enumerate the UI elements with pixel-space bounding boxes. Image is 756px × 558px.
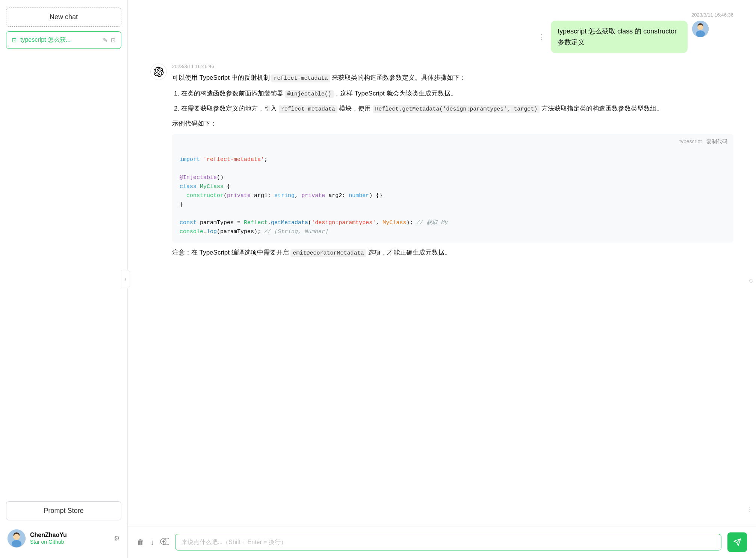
- prompt-store-button[interactable]: Prompt Store: [6, 501, 121, 520]
- svg-point-9: [163, 541, 164, 542]
- download-button[interactable]: ↓: [150, 538, 154, 547]
- copy-code-button[interactable]: 复制代码: [706, 137, 727, 146]
- main-chat-area: 2023/3/11 16:46:36 ⋮ typescript 怎么获取 cla…: [128, 0, 756, 558]
- sidebar: New chat ⊡ typescript 怎么获... ✎ ⊡ Prompt …: [0, 0, 128, 558]
- user-info: ChenZhaoYu Star on Github: [30, 532, 109, 545]
- ai-step-1: 在类的构造函数参数前面添加装饰器 @Injectable()，这样 TypeSc…: [181, 88, 733, 99]
- message-input-wrapper: [175, 534, 721, 550]
- chat-messages: 2023/3/11 16:46:36 ⋮ typescript 怎么获取 cla…: [128, 0, 756, 526]
- code-block-header: typescript 复制代码: [172, 134, 733, 149]
- user-avatar-message: [692, 21, 709, 37]
- ai-steps-list: 在类的构造函数参数前面添加装饰器 @Injectable()，这样 TypeSc…: [181, 88, 733, 115]
- ai-message-content: 2023/3/11 16:46:46 可以使用 TypeScript 中的反射机…: [172, 64, 733, 263]
- input-area: 🗑 ↓: [128, 526, 756, 558]
- trash-button[interactable]: 🗑: [137, 538, 144, 547]
- chevron-left-icon: ‹: [125, 276, 127, 282]
- chat-item-label: typescript 怎么获...: [20, 36, 99, 44]
- svg-point-2: [12, 540, 21, 547]
- edit-icon[interactable]: ✎: [103, 37, 108, 44]
- code-block: typescript 复制代码 import 'reflect-metadata…: [172, 134, 733, 243]
- user-message-row: 2023/3/11 16:46:36 ⋮ typescript 怎么获取 cla…: [150, 12, 733, 53]
- avatar: [8, 529, 26, 547]
- collapse-sidebar-button[interactable]: ‹: [121, 270, 130, 288]
- settings-icon[interactable]: ⚙: [114, 534, 120, 543]
- svg-point-8: [162, 541, 163, 542]
- ai-step-2: 在需要获取参数定义的地方，引入 reflect-metadata 模块，使用 R…: [181, 103, 733, 114]
- user-github: Star on Github: [30, 538, 109, 545]
- chat-item-actions: ✎ ⊡: [103, 37, 116, 44]
- ai-intro-paragraph: 可以使用 TypeScript 中的反射机制 reflect-metadata …: [172, 72, 733, 83]
- user-message-timestamp: 2023/3/11 16:46:36: [691, 12, 733, 18]
- ai-note-paragraph: 注意：在 TypeScript 编译选项中需要开启 emitDecoratorM…: [172, 247, 733, 258]
- scroll-dots: ⋮: [746, 506, 752, 513]
- chat-list-item[interactable]: ⊡ typescript 怎么获... ✎ ⊡: [6, 31, 121, 49]
- delete-icon[interactable]: ⊡: [111, 37, 116, 44]
- new-chat-button[interactable]: New chat: [6, 8, 121, 27]
- code-language-label: typescript: [679, 137, 702, 146]
- github-link[interactable]: Star on Github: [30, 539, 64, 545]
- message-more-icon[interactable]: ⋮: [538, 33, 545, 41]
- chat-icon: ⊡: [12, 36, 17, 44]
- ai-message-text: 可以使用 TypeScript 中的反射机制 reflect-metadata …: [172, 72, 733, 258]
- send-button[interactable]: [727, 532, 747, 552]
- svg-point-10: [164, 541, 165, 542]
- openai-avatar: [150, 64, 167, 80]
- user-message-bubble: typescript 怎么获取 class 的 constructor 参数定义: [551, 21, 688, 53]
- user-area: ChenZhaoYu Star on Github ⚙: [6, 526, 121, 550]
- scroll-dot: ⋮: [746, 506, 752, 513]
- ai-message-timestamp: 2023/3/11 16:46:46: [172, 64, 733, 69]
- ai-example-intro: 示例代码如下：: [172, 118, 733, 129]
- svg-point-6: [696, 30, 705, 37]
- message-input[interactable]: [181, 539, 715, 546]
- sidebar-spacer: [6, 52, 121, 501]
- user-message-inner: ⋮ typescript 怎么获取 class 的 constructor 参数…: [538, 21, 733, 53]
- user-name: ChenZhaoYu: [30, 532, 109, 538]
- ai-message-row: 2023/3/11 16:46:46 可以使用 TypeScript 中的反射机…: [150, 64, 733, 263]
- scroll-indicator: [749, 279, 753, 283]
- wechat-button[interactable]: [160, 537, 169, 548]
- code-content: import 'reflect-metadata'; @Injectable()…: [172, 149, 733, 243]
